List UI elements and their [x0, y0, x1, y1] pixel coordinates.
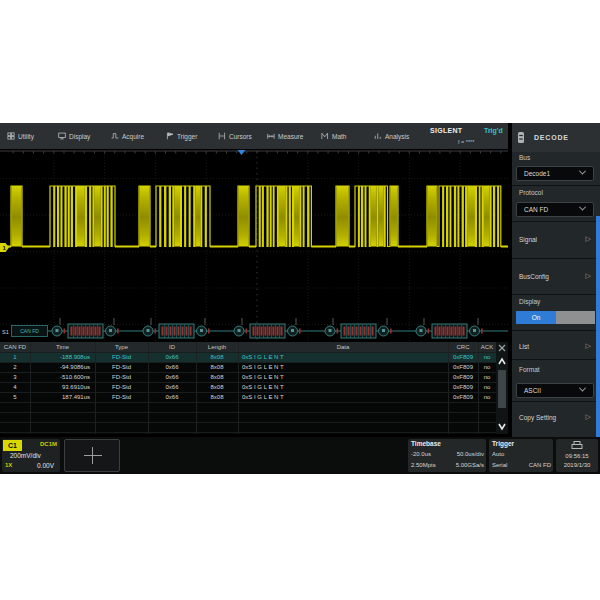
- list-cell: 0xF809: [448, 352, 478, 362]
- list-cell: -510.600ns: [30, 372, 95, 382]
- trace-solid-block: [174, 186, 180, 247]
- clock-date: 2019/1/30: [556, 462, 598, 468]
- menu-bar: UtilityDisplayAcquireTriggerCursorsMeasu…: [0, 123, 508, 149]
- decode-frame: [52, 318, 119, 338]
- timebase-delay: -20.0us: [411, 451, 431, 457]
- list-row-2[interactable]: 2-94.9086usFD-Std0x668x080xS I G L E N T…: [0, 362, 496, 372]
- list-menu-item[interactable]: List: [519, 343, 529, 350]
- trigger-descriptor[interactable]: Trigger Auto Serial CAN FD: [489, 439, 553, 472]
- add-channel-button[interactable]: [64, 439, 120, 472]
- table-row-separator: [0, 362, 496, 363]
- datetime-box: 09:56:15 2019/1/30: [556, 439, 598, 472]
- menu-item-trigger[interactable]: Trigger: [166, 123, 197, 149]
- menu-item-math[interactable]: Math: [321, 123, 346, 149]
- decode-data-byte: [79, 327, 81, 336]
- decode-frame: [234, 318, 301, 338]
- submenu-arrow-icon: ▷: [586, 272, 591, 280]
- signal-menu-item[interactable]: Signal: [519, 236, 537, 243]
- trace-solid-block: [467, 186, 475, 247]
- menu-item-display[interactable]: Display: [58, 123, 90, 149]
- decode-bus-prefix: S1: [2, 329, 9, 335]
- list-cell: FD-Std: [95, 372, 148, 382]
- table-column-separator: [95, 342, 96, 434]
- measure-icon: [267, 132, 275, 140]
- decode-ack-mark: [117, 329, 119, 334]
- display-icon: [58, 132, 66, 140]
- list-row-4[interactable]: 493.6910usFD-Std0x668x080xS I G L E N T0…: [0, 382, 496, 392]
- trace-solid-block: [94, 186, 101, 247]
- list-cell: 93.6910us: [30, 382, 95, 392]
- scroll-up-icon[interactable]: [499, 359, 505, 364]
- list-cell: no: [478, 392, 496, 402]
- menu-item-cursors[interactable]: Cursors: [218, 123, 252, 149]
- table-row-separator: [0, 412, 496, 413]
- scroll-down-icon[interactable]: [499, 424, 505, 429]
- menu-item-utility[interactable]: Utility: [7, 123, 34, 149]
- table-row-separator: [0, 372, 496, 373]
- protocol-select[interactable]: CAN FD: [516, 202, 594, 217]
- sidebar-separator: [512, 330, 600, 331]
- decode-stuff-mark: [64, 329, 66, 334]
- list-row-1[interactable]: 1-188.908usFD-Std0x668x080xS I G L E N T…: [0, 352, 496, 362]
- decode-data-byte: [273, 327, 275, 336]
- plus-icon: [84, 455, 102, 456]
- trace-solid-block: [484, 186, 490, 247]
- menu-item-label: Measure: [278, 133, 303, 140]
- list-cell: -94.9086us: [30, 362, 95, 372]
- channel1-scale: 200mV/div: [10, 452, 41, 459]
- display-toggle[interactable]: On: [516, 311, 595, 324]
- trace-solid-block: [378, 186, 383, 247]
- decode-data-byte: [463, 327, 465, 336]
- decode-data-byte: [435, 327, 437, 336]
- decode-dialog-title: DECODE: [534, 134, 569, 141]
- sidebar-scrollbar[interactable]: [596, 216, 600, 437]
- table-column-separator: [148, 342, 149, 434]
- menu-item-acquire[interactable]: Acquire: [111, 123, 144, 149]
- trace-solid-block: [294, 186, 299, 247]
- timebase-memory: 2.50Mpts: [411, 462, 436, 468]
- list-cell: no: [478, 372, 496, 382]
- decode-ack-mark: [208, 329, 210, 334]
- copy-setting-menu-item[interactable]: Copy Setting: [519, 414, 556, 421]
- protocol-label: Protocol: [519, 189, 543, 196]
- acquire-icon: [111, 132, 119, 140]
- table-column-separator: [448, 342, 449, 434]
- decode-ack-mark: [390, 329, 392, 334]
- bus-select[interactable]: Decode1: [516, 166, 594, 181]
- list-cell: 0xF809: [448, 372, 478, 382]
- decode-data-byte: [162, 327, 164, 336]
- list-cell: 4: [0, 382, 30, 392]
- table-row-separator: [0, 432, 496, 433]
- decode-frame: [416, 318, 483, 338]
- analysis-icon: [374, 132, 382, 140]
- list-row-5[interactable]: 5187.491usFD-Std0x668x080xS I G L E N T0…: [0, 392, 496, 402]
- list-header-ack: ACK: [478, 342, 496, 352]
- display-toggle-on[interactable]: On: [516, 311, 556, 324]
- channel1-descriptor[interactable]: C1 DC1M 200mV/div 1X 0.00V: [2, 439, 60, 472]
- list-row-3[interactable]: 3-510.600nsFD-Std0x668x080xS I G L E N T…: [0, 372, 496, 382]
- list-cell: 0xS I G L E N T: [238, 362, 448, 372]
- trace-solid-block: [12, 186, 22, 247]
- table-row-separator: [0, 382, 496, 383]
- decode-id-text-mark: [56, 329, 59, 332]
- busconfig-menu-item[interactable]: BusConfig: [519, 273, 549, 280]
- format-select[interactable]: ASCII: [516, 383, 594, 398]
- decode-data-byte: [190, 327, 192, 336]
- scroll-thumb[interactable]: [498, 370, 506, 408]
- list-cell: FD-Std: [95, 352, 148, 362]
- list-header-crc: CRC: [448, 342, 478, 352]
- channel1-coupling: DC1M: [40, 441, 57, 447]
- trace-solid-block: [77, 186, 85, 247]
- menu-item-analysis[interactable]: Analysis: [374, 123, 409, 149]
- status-bar: C1 DC1M 200mV/div 1X 0.00V Timebase -20.…: [0, 437, 600, 474]
- list-header-id: ID: [148, 342, 196, 352]
- list-close-button[interactable]: [499, 345, 505, 351]
- decode-data-byte: [348, 327, 350, 336]
- list-scrollbar[interactable]: [496, 342, 508, 434]
- timebase-descriptor[interactable]: Timebase -20.0us 50.0us/div 2.50Mpts 5.0…: [408, 439, 486, 472]
- decode-data-byte: [443, 327, 445, 336]
- display-toggle-off[interactable]: [556, 311, 595, 324]
- chevron-down-icon: [579, 167, 586, 174]
- menu-item-measure[interactable]: Measure: [267, 123, 303, 149]
- table-column-separator: [238, 342, 239, 434]
